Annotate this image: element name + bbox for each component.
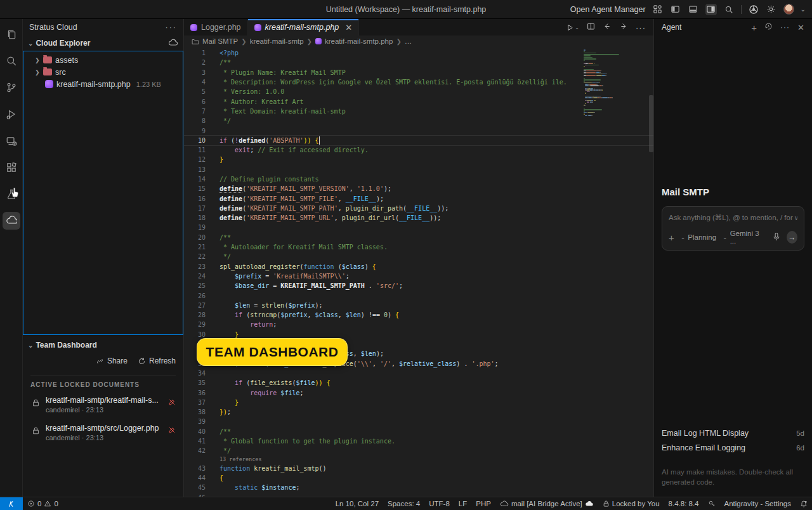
breadcrumb[interactable]: Mail SMTP❯kreatif-mail-smtp❯kreatif-mail… [184, 36, 653, 47]
code-line-27[interactable]: 27 $len = strlen($prefix); [184, 301, 653, 310]
microphone-icon[interactable] [773, 232, 780, 242]
split-editor-icon[interactable] [587, 22, 595, 32]
breadcrumb-item[interactable]: … [405, 37, 412, 45]
chevron-down-icon[interactable]: ⌄ [801, 6, 806, 13]
code-line-21[interactable]: 21 * Autoloader for Kreatif Mail SMTP cl… [184, 242, 653, 252]
code-line-1[interactable]: 1<?php [184, 48, 653, 58]
activity-bar-extensions-icon[interactable] [3, 159, 20, 176]
code-line-20[interactable]: 20/** [184, 233, 653, 242]
minimap[interactable] [584, 49, 647, 202]
browser-logo-icon[interactable] [748, 4, 759, 15]
breadcrumb-item[interactable]: kreatif-mail-smtp [250, 37, 304, 45]
new-chat-icon[interactable]: + [751, 22, 757, 33]
model-select[interactable]: ⌄ Gemini 3 ... [723, 230, 760, 245]
toggle-bottom-panel-icon[interactable] [688, 4, 699, 15]
code-line-13[interactable]: 13 [184, 165, 653, 174]
code-line-6[interactable]: 6 * Author: Kreatif Art [184, 96, 653, 106]
refresh-button[interactable]: Refresh [138, 356, 176, 365]
editor-tab-kreatif-mail-smtp.php[interactable]: kreatif-mail-smtp.php✕ [248, 19, 360, 36]
code-line-12[interactable]: 12} [184, 155, 653, 164]
code-line-18[interactable]: 18define('KREATIF_MAIL_SMTP_URL', plugin… [184, 213, 653, 223]
agent-history-item[interactable]: Email Log HTML Display5d [662, 426, 804, 441]
language-mode[interactable]: PHP [471, 500, 495, 507]
encoding[interactable]: UTF-8 [424, 500, 454, 507]
locked-document-item[interactable]: kreatif-mail-smtp/src/Logger.phpcandemir… [23, 419, 183, 447]
scrollbar-handle[interactable] [649, 95, 653, 152]
lock-status[interactable]: Locked by You [598, 500, 664, 507]
indentation[interactable]: Spaces: 4 [383, 500, 424, 507]
locked-document-item[interactable]: kreatif-mail-smtp/kreatif-mail-s...cande… [23, 391, 183, 419]
code-line-26[interactable]: 26 [184, 291, 653, 300]
breadcrumb-item[interactable]: Mail SMTP [202, 37, 238, 45]
code-line-44[interactable]: 44{ [184, 473, 653, 483]
code-line-14[interactable]: 14// Define plugin constants [184, 174, 653, 184]
attach-icon[interactable]: + [669, 232, 674, 243]
tree-item-src[interactable]: ❯src [23, 66, 183, 78]
code-line-37[interactable]: 37 } [184, 398, 653, 407]
code-line-22[interactable]: 22 */ [184, 252, 653, 261]
cloud-explorer-section-header[interactable]: ⌄ Cloud Explorer [23, 36, 183, 51]
gear-icon[interactable] [766, 4, 777, 15]
code-line-39[interactable]: 39 [184, 417, 653, 426]
code-line-15[interactable]: 15define('KREATIF_MAIL_SMTP_VERSION', '1… [184, 184, 653, 193]
code-line-17[interactable]: 17define('KREATIF_MAIL_SMTP_PATH', plugi… [184, 204, 653, 213]
editor-tab-Logger.php[interactable]: Logger.php [184, 19, 248, 36]
close-tab-icon[interactable]: ✕ [345, 23, 352, 32]
navigate-forward-icon[interactable] [619, 22, 628, 32]
settings-status[interactable]: Antigravity - Settings [720, 500, 796, 507]
code-line-35[interactable]: 35 if (file_exists($file)) { [184, 378, 653, 388]
history-icon[interactable] [764, 22, 773, 32]
code-line-41[interactable]: 41 * Global function to get the plugin i… [184, 436, 653, 446]
codelens-references[interactable]: 13 references [184, 455, 653, 463]
share-button[interactable]: Share [96, 356, 128, 365]
close-icon[interactable]: ✕ [797, 23, 804, 32]
more-actions-icon[interactable]: ··· [166, 23, 178, 32]
code-line-2[interactable]: 2/** [184, 58, 653, 67]
open-agent-manager-button[interactable]: Open Agent Manager [570, 5, 646, 14]
more-actions-icon[interactable]: ··· [780, 23, 790, 32]
problems-indicator[interactable]: 0 0 [23, 500, 63, 507]
code-line-4[interactable]: 4 * Description: WordPress için Google v… [184, 77, 653, 87]
code-line-42[interactable]: 42 */ [184, 446, 653, 455]
code-line-3[interactable]: 3 * Plugin Name: Kreatif Mail SMTP [184, 68, 653, 77]
eol[interactable]: LF [454, 500, 471, 507]
code-line-19[interactable]: 19 [184, 223, 653, 232]
code-line-34[interactable]: 34 [184, 369, 653, 378]
code-line-11[interactable]: 11 exit; // Exit if accessed directly. [184, 145, 653, 155]
activity-bar-run-debug-icon[interactable] [3, 105, 20, 123]
tree-item-kreatif-mail-smtp.php[interactable]: kreatif-mail-smtp.php1.23 KB [23, 78, 183, 90]
code-line-28[interactable]: 28 if (strncmp($prefix, $class, $len) !=… [184, 310, 653, 320]
code-line-8[interactable]: 8 */ [184, 116, 653, 126]
team-dashboard-section-header[interactable]: ⌄ Team Dashboard [23, 337, 183, 353]
code-line-43[interactable]: 43function kreatif_mail_smtp() [184, 463, 653, 473]
key-icon[interactable] [704, 500, 720, 507]
code-line-46[interactable]: 46 [184, 492, 653, 497]
activity-bar-explorer-icon[interactable] [3, 25, 20, 43]
toggle-left-panel-icon[interactable] [670, 4, 681, 15]
activity-bar-remote-devices-icon[interactable] [3, 132, 20, 150]
send-button[interactable]: → [787, 231, 797, 244]
code-line-45[interactable]: 45 static $instance; [184, 483, 653, 492]
code-line-9[interactable]: 9 [184, 126, 653, 135]
search-icon[interactable] [723, 4, 735, 15]
more-actions-icon[interactable]: ··· [636, 23, 646, 32]
toggle-right-panel-icon[interactable] [705, 4, 717, 15]
cursor-position[interactable]: Ln 10, Col 27 [331, 500, 383, 507]
code-line-16[interactable]: 16define('KREATIF_MAIL_SMTP_FILE', __FIL… [184, 193, 653, 203]
php-version[interactable]: 8.4.8: 8.4 [664, 500, 704, 507]
user-avatar[interactable] [783, 4, 794, 15]
code-line-7[interactable]: 7 * Text Domain: kreatif-mail-smtp [184, 107, 653, 116]
code-line-29[interactable]: 29 return; [184, 320, 653, 329]
code-line-40[interactable]: 40/** [184, 427, 653, 436]
code-line-23[interactable]: 23spl_autoload_register(function ($class… [184, 262, 653, 271]
breadcrumb-item[interactable]: kreatif-mail-smtp.php [325, 37, 393, 45]
activity-bar-cloud-icon[interactable] [3, 212, 20, 230]
ai-bridge-status[interactable]: mail [AI Bridge Active] [495, 500, 598, 507]
code-line-38[interactable]: 38}); [184, 407, 653, 417]
code-line-36[interactable]: 36 require $file; [184, 388, 653, 397]
code-line-25[interactable]: 25 $base_dir = KREATIF_MAIL_SMTP_PATH . … [184, 281, 653, 291]
agent-input-box[interactable]: Ask anything (⌘L), @ to mention, / for w… [662, 206, 804, 251]
agent-history-item[interactable]: Enhance Email Logging6d [662, 441, 804, 455]
layout-customize-icon[interactable] [652, 4, 664, 15]
code-line-5[interactable]: 5 * Version: 1.0.0 [184, 87, 653, 96]
